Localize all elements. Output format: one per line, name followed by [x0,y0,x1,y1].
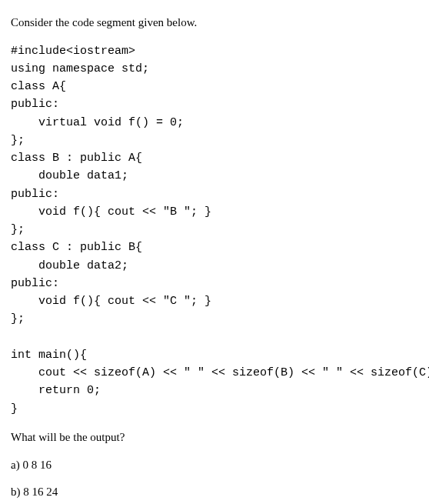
option-a: a) 0 8 16 [11,456,418,474]
code-block: #include<iostream> using namespace std; … [11,42,418,418]
option-b: b) 8 16 24 [11,483,418,501]
prompt-text: Consider the code segment given below. [11,14,418,32]
question-text: What will be the output? [11,429,418,446]
